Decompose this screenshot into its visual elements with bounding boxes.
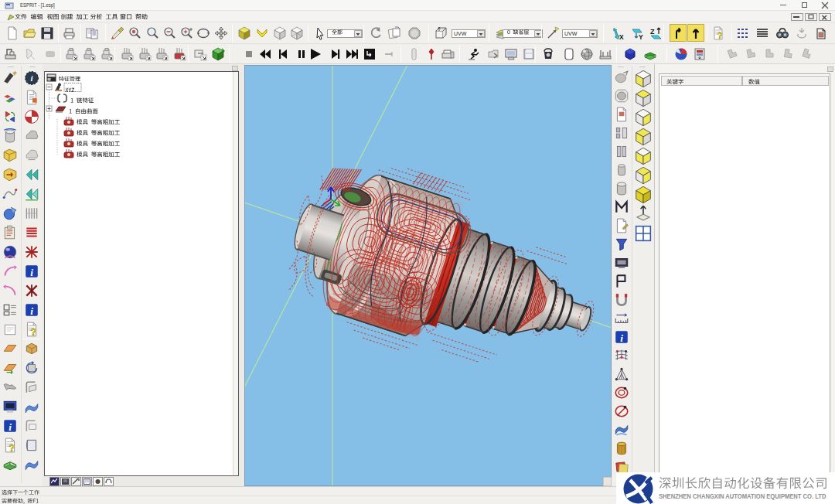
svg-text:i: i: [620, 332, 623, 344]
svg-text:?: ?: [717, 31, 723, 40]
svg-text:Y: Y: [639, 33, 643, 40]
svg-text:?: ?: [30, 327, 36, 337]
svg-text:X: X: [619, 33, 624, 40]
svg-text:i: i: [9, 421, 12, 433]
svg-text:Z: Z: [650, 28, 655, 36]
svg-text:?: ?: [9, 443, 14, 453]
svg-text:i: i: [30, 267, 33, 278]
svg-text:i: i: [30, 305, 33, 317]
